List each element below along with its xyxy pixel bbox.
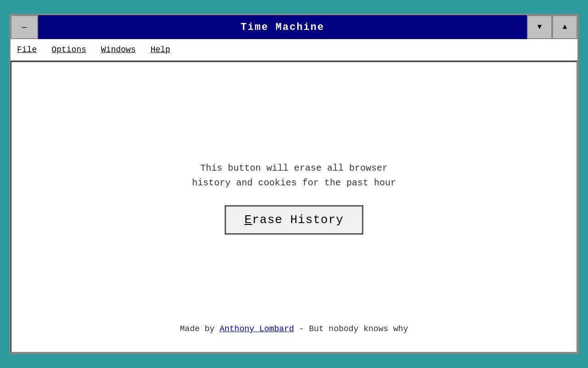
main-window: — Time Machine ▼ ▲ File Options Windows … <box>9 14 579 354</box>
system-menu-button[interactable]: — <box>11 15 38 39</box>
footer: Made by Anthony Lombard - But nobody kno… <box>180 324 408 334</box>
menu-file[interactable]: File <box>15 44 39 55</box>
erase-button-prefix: E <box>244 213 252 227</box>
maximize-button[interactable]: ▲ <box>552 15 577 39</box>
author-link[interactable]: Anthony Lombard <box>220 324 294 334</box>
description-line1: This button will erase all browser <box>192 161 396 176</box>
menu-help[interactable]: Help <box>148 44 172 55</box>
system-menu-icon: — <box>22 23 27 32</box>
erase-history-button[interactable]: Erase History <box>225 205 363 235</box>
footer-text-before: Made by <box>180 324 220 334</box>
footer-text-after: - But nobody knows why <box>294 324 408 334</box>
content-area: This button will erase all browser histo… <box>11 61 577 353</box>
description-text: This button will erase all browser histo… <box>192 161 396 190</box>
window-title: Time Machine <box>38 22 527 33</box>
minimize-icon: ▼ <box>537 23 542 31</box>
main-content: This button will erase all browser histo… <box>192 161 396 235</box>
menu-options[interactable]: Options <box>50 44 88 55</box>
menu-windows[interactable]: Windows <box>99 44 138 55</box>
menu-bar: File Options Windows Help <box>11 39 577 61</box>
description-line2: history and cookies for the past hour <box>192 176 396 190</box>
maximize-icon: ▲ <box>563 23 567 31</box>
window-controls: ▼ ▲ <box>527 15 577 39</box>
minimize-button[interactable]: ▼ <box>527 15 552 39</box>
erase-button-rest: rase History <box>252 213 344 227</box>
title-bar: — Time Machine ▼ ▲ <box>11 15 577 39</box>
